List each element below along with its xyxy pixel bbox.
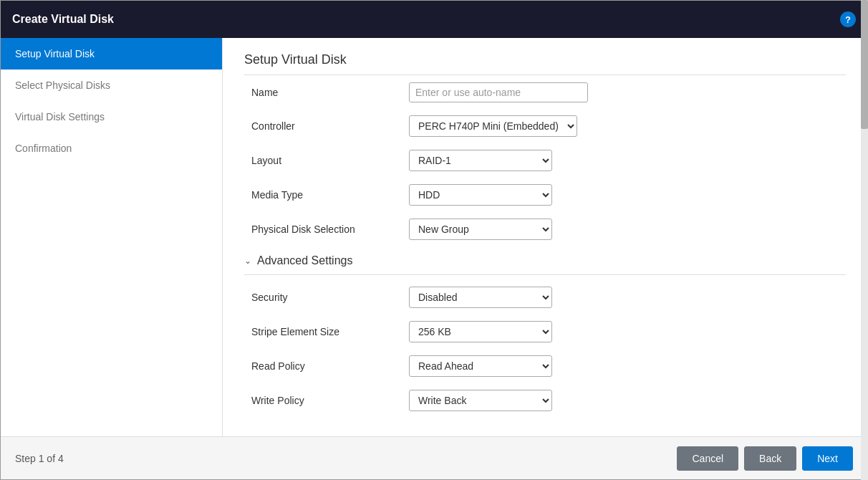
name-input[interactable] bbox=[409, 82, 588, 102]
security-row: Security Disabled Enabled bbox=[244, 287, 846, 308]
layout-select[interactable]: RAID-1 RAID-0 RAID-5 RAID-6 RAID-10 bbox=[409, 150, 552, 171]
dialog-title: Create Virtual Disk bbox=[12, 13, 114, 26]
dialog-footer: Step 1 of 4 Cancel Back Next bbox=[1, 436, 867, 479]
main-content: Setup Virtual Disk Name Controller PERC … bbox=[223, 38, 867, 436]
dialog-body: Setup Virtual Disk Select Physical Disks… bbox=[1, 38, 867, 436]
advanced-settings-label: Advanced Settings bbox=[257, 254, 352, 267]
scrollbar-track bbox=[861, 38, 867, 436]
stripe-element-size-row: Stripe Element Size 64 KB 128 KB 256 KB … bbox=[244, 321, 846, 342]
sidebar-item-confirmation[interactable]: Confirmation bbox=[1, 133, 222, 164]
layout-label: Layout bbox=[251, 155, 409, 166]
sidebar-item-virtual-disk-settings[interactable]: Virtual Disk Settings bbox=[1, 101, 222, 133]
media-type-row: Media Type HDD SSD bbox=[244, 184, 846, 206]
physical-disk-selection-select[interactable]: New Group bbox=[409, 219, 552, 240]
write-policy-select[interactable]: Write Back Write Through Force Write Bac… bbox=[409, 390, 552, 411]
sidebar: Setup Virtual Disk Select Physical Disks… bbox=[1, 38, 223, 436]
name-row: Name bbox=[244, 82, 846, 102]
read-policy-select[interactable]: Read Ahead No Read Ahead Adaptive Read A… bbox=[409, 355, 552, 377]
dialog-header: Create Virtual Disk ? bbox=[1, 1, 867, 38]
scrollbar-thumb[interactable] bbox=[861, 38, 867, 129]
security-label: Security bbox=[251, 292, 409, 303]
controller-label: Controller bbox=[251, 120, 409, 132]
advanced-settings-section: ⌄ Advanced Settings Security Disabled En… bbox=[244, 254, 846, 411]
section-title: Setup Virtual Disk bbox=[244, 52, 846, 75]
write-policy-row: Write Policy Write Back Write Through Fo… bbox=[244, 390, 846, 411]
controller-row: Controller PERC H740P Mini (Embedded) bbox=[244, 115, 846, 137]
create-virtual-disk-dialog: Create Virtual Disk ? Setup Virtual Disk… bbox=[0, 0, 868, 480]
next-button[interactable]: Next bbox=[802, 446, 853, 471]
layout-row: Layout RAID-1 RAID-0 RAID-5 RAID-6 RAID-… bbox=[244, 150, 846, 171]
footer-buttons: Cancel Back Next bbox=[677, 446, 853, 471]
read-policy-label: Read Policy bbox=[251, 360, 409, 372]
step-indicator: Step 1 of 4 bbox=[15, 453, 64, 464]
media-type-select[interactable]: HDD SSD bbox=[409, 184, 552, 206]
back-button[interactable]: Back bbox=[744, 446, 796, 471]
controller-select[interactable]: PERC H740P Mini (Embedded) bbox=[409, 115, 577, 137]
write-policy-label: Write Policy bbox=[251, 395, 409, 406]
stripe-element-size-select[interactable]: 64 KB 128 KB 256 KB 512 KB 1 MB bbox=[409, 321, 552, 342]
name-label: Name bbox=[251, 87, 409, 98]
cancel-button[interactable]: Cancel bbox=[677, 446, 738, 471]
sidebar-item-select-physical-disks[interactable]: Select Physical Disks bbox=[1, 69, 222, 101]
physical-disk-selection-row: Physical Disk Selection New Group bbox=[244, 219, 846, 240]
security-select[interactable]: Disabled Enabled bbox=[409, 287, 552, 308]
chevron-down-icon: ⌄ bbox=[244, 256, 251, 266]
media-type-label: Media Type bbox=[251, 189, 409, 201]
help-icon[interactable]: ? bbox=[840, 11, 856, 27]
read-policy-row: Read Policy Read Ahead No Read Ahead Ada… bbox=[244, 355, 846, 377]
stripe-element-size-label: Stripe Element Size bbox=[251, 326, 409, 337]
sidebar-item-setup-virtual-disk[interactable]: Setup Virtual Disk bbox=[1, 38, 222, 69]
physical-disk-selection-label: Physical Disk Selection bbox=[251, 224, 409, 235]
advanced-settings-toggle[interactable]: ⌄ Advanced Settings bbox=[244, 254, 846, 275]
